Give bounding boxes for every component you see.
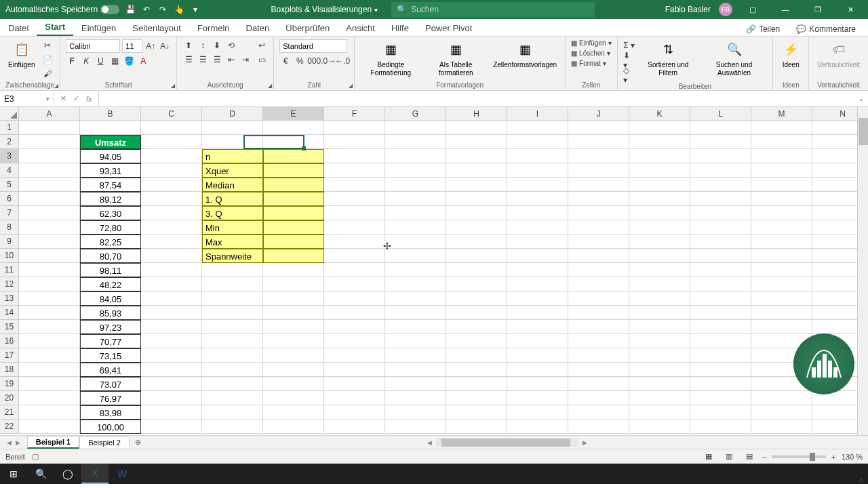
col-header-J[interactable]: J (568, 107, 629, 121)
cell-K14[interactable] (629, 306, 690, 320)
row-header-7[interactable]: 7 (0, 206, 19, 220)
zoom-in-icon[interactable]: + (831, 453, 835, 461)
cell-F3[interactable] (324, 149, 385, 163)
hscroll-right-icon[interactable]: ► (581, 439, 589, 447)
cell-M14[interactable] (751, 306, 812, 320)
format-painter-icon[interactable]: 🖌 (41, 68, 54, 80)
collapse-ribbon-icon[interactable]: ᐱ (859, 476, 864, 485)
vertical-scrollbar[interactable] (857, 107, 868, 435)
cell-D15[interactable] (202, 320, 263, 334)
cell-F14[interactable] (324, 306, 385, 320)
cell-K16[interactable] (629, 334, 690, 348)
cell-F12[interactable] (324, 277, 385, 291)
cell-C9[interactable] (141, 235, 202, 249)
cell-D3[interactable]: n (202, 149, 263, 163)
cell-H12[interactable] (446, 277, 507, 291)
cell-M3[interactable] (751, 149, 812, 163)
cell-J14[interactable] (568, 306, 629, 320)
cell-I8[interactable] (507, 220, 568, 235)
row-header-12[interactable]: 12 (0, 277, 19, 291)
cell-C20[interactable] (141, 391, 202, 405)
cell-E3[interactable] (263, 149, 324, 163)
cell-G6[interactable] (385, 192, 446, 206)
cell-L4[interactable] (690, 163, 751, 178)
number-format-select[interactable] (279, 39, 347, 53)
cell-C18[interactable] (141, 363, 202, 377)
cell-A22[interactable] (19, 420, 80, 434)
cell-C22[interactable] (141, 420, 202, 434)
cell-H3[interactable] (446, 149, 507, 163)
italic-icon[interactable]: K (80, 55, 92, 67)
cell-D14[interactable] (202, 306, 263, 320)
indent-increase-icon[interactable]: ⇥ (239, 54, 252, 66)
cell-H10[interactable] (446, 249, 507, 263)
cell-E19[interactable] (263, 377, 324, 391)
cell-D11[interactable] (202, 263, 263, 277)
tab-daten[interactable]: Daten (238, 20, 278, 36)
cell-M12[interactable] (751, 277, 812, 291)
cell-B12[interactable]: 48,22 (80, 277, 141, 291)
cell-I4[interactable] (507, 163, 568, 178)
cell-I22[interactable] (507, 420, 568, 434)
dropdown-icon[interactable]: ▾ (190, 4, 201, 15)
find-select-button[interactable]: 🔍 Suchen und Auswählen (701, 39, 767, 79)
tab-ueberpruefen[interactable]: Überprüfen (277, 20, 338, 36)
cell-K1[interactable] (629, 121, 690, 135)
cell-H14[interactable] (446, 306, 507, 320)
cell-C8[interactable] (141, 220, 202, 235)
cell-J9[interactable] (568, 235, 629, 249)
cell-C7[interactable] (141, 206, 202, 220)
cell-G20[interactable] (385, 391, 446, 405)
cell-K18[interactable] (629, 363, 690, 377)
cell-I3[interactable] (507, 149, 568, 163)
cell-L9[interactable] (690, 235, 751, 249)
col-header-H[interactable]: H (446, 107, 507, 121)
cell-H1[interactable] (446, 121, 507, 135)
cell-E14[interactable] (263, 306, 324, 320)
cell-K21[interactable] (629, 405, 690, 420)
search-input[interactable] (411, 5, 589, 14)
cell-J3[interactable] (568, 149, 629, 163)
row-header-15[interactable]: 15 (0, 320, 19, 334)
autosave-toggle[interactable]: Automatisches Speichern (5, 5, 119, 14)
cell-E12[interactable] (263, 277, 324, 291)
cell-I16[interactable] (507, 334, 568, 348)
cell-M20[interactable] (751, 391, 812, 405)
cell-F15[interactable] (324, 320, 385, 334)
cell-H5[interactable] (446, 178, 507, 192)
cell-M10[interactable] (751, 249, 812, 263)
cell-K12[interactable] (629, 277, 690, 291)
tab-hilfe[interactable]: Hilfe (383, 20, 417, 36)
cell-E21[interactable] (263, 405, 324, 420)
cell-E13[interactable] (263, 291, 324, 306)
row-header-10[interactable]: 10 (0, 249, 19, 263)
cell-C10[interactable] (141, 249, 202, 263)
cell-A15[interactable] (19, 320, 80, 334)
cell-A10[interactable] (19, 249, 80, 263)
cell-H17[interactable] (446, 348, 507, 363)
fill-color-icon[interactable]: 🪣 (123, 55, 135, 67)
cell-B18[interactable]: 69,41 (80, 363, 141, 377)
tab-formeln[interactable]: Formeln (189, 20, 238, 36)
cell-J6[interactable] (568, 192, 629, 206)
cell-I12[interactable] (507, 277, 568, 291)
cell-H22[interactable] (446, 420, 507, 434)
cell-D22[interactable] (202, 420, 263, 434)
cell-J19[interactable] (568, 377, 629, 391)
cell-A2[interactable] (19, 135, 80, 149)
row-header-9[interactable]: 9 (0, 235, 19, 249)
cell-J12[interactable] (568, 277, 629, 291)
cell-A12[interactable] (19, 277, 80, 291)
normal-view-icon[interactable]: ▦ (701, 451, 716, 463)
cell-L15[interactable] (690, 320, 751, 334)
cell-G15[interactable] (385, 320, 446, 334)
cell-I18[interactable] (507, 363, 568, 377)
cell-I6[interactable] (507, 192, 568, 206)
cell-J11[interactable] (568, 263, 629, 277)
cell-G9[interactable] (385, 235, 446, 249)
cell-I20[interactable] (507, 391, 568, 405)
cell-H8[interactable] (446, 220, 507, 235)
cell-G1[interactable] (385, 121, 446, 135)
expand-formula-icon[interactable]: ⌄ (854, 95, 868, 102)
add-sheet-button[interactable]: ⊕ (130, 436, 146, 448)
